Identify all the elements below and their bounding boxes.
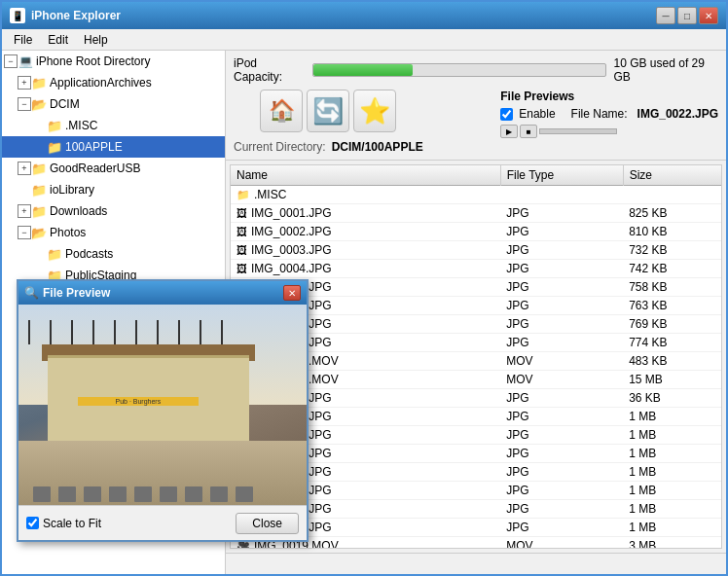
folder-icon-downloads: 📁 (31, 203, 47, 219)
tree-label-dcim: DCIM (50, 97, 80, 111)
enable-label: Enable (519, 107, 555, 121)
col-type[interactable]: File Type (500, 165, 623, 186)
cell-type: JPG (500, 334, 623, 352)
file-icon: 🖼 (237, 263, 247, 274)
folder-icon-dcim: 📂 (31, 96, 47, 112)
cell-type: MOV (500, 537, 623, 550)
table-row[interactable]: 🖼IMG_0001.JPG JPG 825 KB (231, 204, 721, 223)
scale-to-fit-checkbox[interactable] (26, 517, 39, 529)
light10 (221, 320, 223, 344)
scene-chairs (33, 486, 292, 501)
capacity-bar (312, 63, 606, 77)
enable-checkbox[interactable] (500, 108, 513, 121)
tree-toggle-dcim[interactable]: − (18, 97, 31, 111)
filename-label: File Name: (571, 107, 628, 121)
cell-type: JPG (500, 482, 623, 500)
menu-edit[interactable]: Edit (40, 31, 76, 49)
table-row[interactable]: 📁.MISC (231, 186, 721, 204)
cell-type: JPG (500, 519, 623, 537)
file-icon: 🖼 (237, 226, 247, 237)
cell-type: JPG (500, 315, 623, 334)
cell-size: 774 KB (623, 334, 721, 352)
cell-size: 3 MB (623, 537, 721, 550)
tree-label-downloads: Downloads (50, 204, 107, 218)
light7 (157, 320, 159, 344)
audio-controls: ▶ ■ (500, 125, 617, 138)
light9 (200, 320, 201, 344)
chair5 (134, 486, 152, 502)
star-button[interactable]: ⭐ (353, 90, 396, 132)
tree-label-apparch: ApplicationArchives (50, 76, 152, 90)
tree-item-apparch[interactable]: + 📁 ApplicationArchives (2, 72, 225, 93)
close-dialog-button[interactable]: Close (236, 513, 299, 534)
tree-toggle-photos[interactable]: − (18, 226, 31, 239)
cell-size: 1 MB (623, 519, 721, 537)
tree-item-misc[interactable]: 📁 .MISC (2, 115, 225, 136)
file-icon: 🖼 (237, 207, 247, 219)
cell-type: JPG (500, 204, 623, 223)
tree-item-100apple[interactable]: 📁 100APPLE (2, 136, 225, 158)
folder-icon-goodreader: 📁 (31, 161, 47, 176)
cell-type (500, 186, 623, 204)
tree-item-iolibrary[interactable]: 📁 ioLibrary (2, 179, 225, 200)
cell-size: 825 KB (623, 204, 721, 223)
chair9 (236, 486, 253, 502)
preview-title-bar: 🔍 File Preview ✕ (18, 281, 307, 305)
preview-bottom: Scale to Fit Close (18, 505, 307, 540)
tree-item-photos[interactable]: − 📂 Photos (2, 222, 225, 243)
cell-size: 742 KB (623, 260, 721, 278)
stop-button[interactable]: ■ (520, 125, 537, 138)
tree-toggle-goodreader[interactable]: + (18, 162, 31, 175)
cell-size: 1 MB (623, 463, 721, 482)
home-button[interactable]: 🏠 (260, 90, 303, 132)
minimize-button[interactable]: ─ (656, 7, 675, 24)
tree-item-podcasts[interactable]: 📁 Podcasts (2, 243, 225, 265)
cell-size: 810 KB (623, 223, 721, 241)
refresh-button[interactable]: 🔄 (307, 90, 349, 132)
cell-size: 769 KB (623, 315, 721, 334)
close-button[interactable]: ✕ (699, 7, 718, 24)
scene-tables (18, 441, 307, 505)
chair3 (84, 486, 101, 502)
light2 (50, 320, 52, 344)
cell-type: JPG (500, 426, 623, 445)
tree-item-goodreader[interactable]: + 📁 GoodReaderUSB (2, 158, 225, 179)
tree-toggle-root[interactable]: − (4, 54, 18, 68)
table-row[interactable]: 🖼IMG_0003.JPG JPG 732 KB (231, 241, 721, 260)
tree-item-root[interactable]: − 💻 iPhone Root Directory (2, 51, 225, 72)
light3 (71, 320, 73, 344)
preview-image: Pub · Burghers (18, 305, 307, 505)
tree-label-goodreader: GoodReaderUSB (50, 162, 140, 175)
capacity-label: iPod Capacity: (234, 56, 305, 84)
chair8 (210, 486, 228, 502)
light6 (135, 320, 137, 344)
tree-item-downloads[interactable]: + 📁 Downloads (2, 200, 225, 222)
cell-size: 758 KB (623, 278, 721, 297)
menu-help[interactable]: Help (76, 31, 116, 49)
file-previews-box: File Previews Enable File Name: IMG_0022… (500, 90, 718, 138)
window-controls: ─ □ ✕ (656, 7, 718, 24)
current-dir-label: Current Directory: (234, 140, 326, 154)
tree-toggle-downloads[interactable]: + (18, 204, 31, 218)
tree-toggle-apparch[interactable]: + (18, 76, 31, 90)
scale-to-fit-row: Scale to Fit (26, 517, 101, 530)
cell-size: 1 MB (623, 482, 721, 500)
maximize-button[interactable]: □ (677, 7, 697, 24)
preview-close-x-button[interactable]: ✕ (283, 285, 301, 301)
tree-item-dcim[interactable]: − 📂 DCIM (2, 93, 225, 115)
tree-label-root: iPhone Root Directory (36, 54, 150, 68)
cell-type: JPG (500, 445, 623, 463)
col-name[interactable]: Name (231, 165, 500, 186)
file-icon: 🖼 (237, 244, 247, 256)
folder-icon-photos: 📂 (31, 225, 47, 240)
light8 (178, 320, 180, 344)
menu-file[interactable]: File (6, 31, 40, 49)
cell-name: 🖼IMG_0001.JPG (231, 204, 500, 223)
col-size[interactable]: Size (623, 165, 721, 186)
audio-slider[interactable] (539, 128, 617, 134)
cell-type: MOV (500, 371, 623, 389)
table-row[interactable]: 🖼IMG_0002.JPG JPG 810 KB (231, 223, 721, 241)
cell-name: 🖼IMG_0004.JPG (231, 260, 500, 278)
play-button[interactable]: ▶ (500, 125, 518, 138)
table-row[interactable]: 🖼IMG_0004.JPG JPG 742 KB (231, 260, 721, 278)
